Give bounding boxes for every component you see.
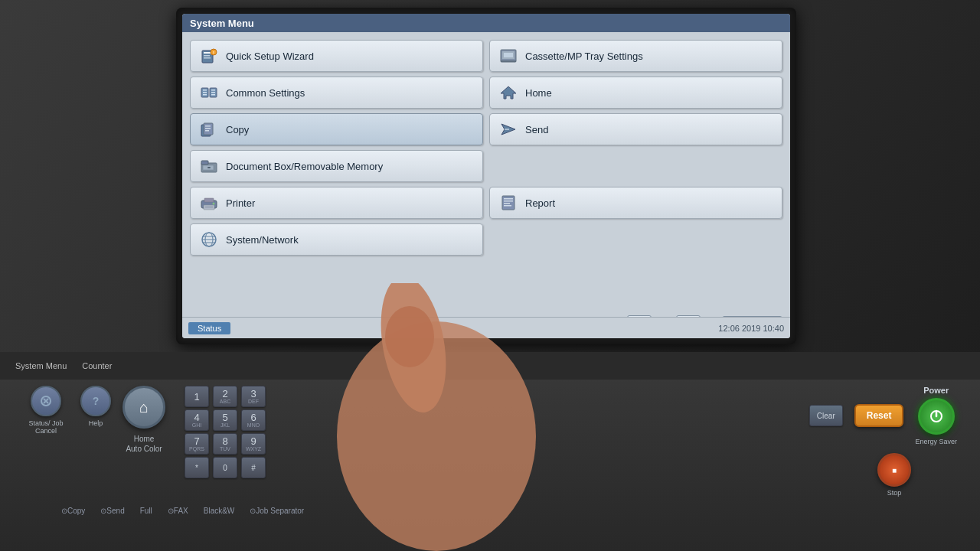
home-physical-btn[interactable]: ⌂: [122, 386, 165, 429]
svg-rect-24: [204, 198, 214, 202]
full-func-label: Full: [140, 507, 152, 515]
document-box-label: Document Box/Removable Memory: [226, 161, 383, 172]
power-section: Power Energy Saver: [915, 386, 957, 445]
num-8[interactable]: 8 TUV: [213, 433, 237, 455]
svg-rect-12: [211, 92, 215, 93]
screen-bezel: System Menu !: [176, 8, 796, 344]
cassette-mp-btn[interactable]: Cassette/MP Tray Settings: [489, 40, 782, 72]
num-0[interactable]: 0: [213, 457, 237, 478]
printer-btn[interactable]: Printer: [190, 187, 483, 219]
clear-label: Clear: [817, 412, 835, 420]
svg-rect-43: [504, 203, 510, 204]
status-tab[interactable]: Status: [188, 322, 230, 334]
controls-inner: Status/ Job Cancel ? Help ⌂ Home Auto Co…: [0, 380, 980, 503]
num-4[interactable]: 4 GHI: [185, 409, 209, 431]
status-job-section: Status/ Job Cancel: [23, 386, 69, 435]
stop-section: ■ Stop: [877, 453, 911, 497]
send-func-label: ⊙Send: [100, 507, 124, 515]
status-job-label: Status/ Job Cancel: [23, 419, 69, 435]
status-job-cancel-btn[interactable]: [31, 386, 61, 416]
status-bar: Status 12:06 2019 10:40: [182, 317, 790, 338]
num-9[interactable]: 9 WXYZ: [241, 433, 266, 455]
stop-icon: ■: [892, 466, 897, 474]
num-1[interactable]: 1: [185, 386, 209, 407]
fax-func-label: ⊙FAX: [168, 507, 188, 515]
quick-setup-btn[interactable]: ! Quick Setup Wizard: [190, 40, 483, 72]
controls-area: System Menu Counter Status/ Job Cancel ?…: [0, 352, 980, 551]
svg-rect-16: [205, 126, 211, 127]
cassette-mp-label: Cassette/MP Tray Settings: [525, 51, 643, 62]
clear-btn[interactable]: Clear: [809, 405, 843, 426]
bw-func-label: Black&W: [204, 507, 235, 515]
system-network-btn[interactable]: System/Network: [190, 223, 483, 256]
svg-rect-7: [203, 90, 207, 91]
menu-area: ! Quick Setup Wizard: [182, 32, 790, 314]
num-7[interactable]: 7 PQRS: [185, 433, 209, 455]
document-box-icon: [200, 157, 218, 175]
right-column: Cassette/MP Tray Settings Home: [489, 40, 782, 310]
right-controls: Clear Reset Power: [809, 386, 957, 497]
svg-rect-13: [211, 94, 215, 96]
report-icon: [499, 194, 518, 212]
help-btn[interactable]: ?: [80, 386, 111, 416]
printer-label: Printer: [226, 197, 255, 209]
num-5[interactable]: 5 JKL: [213, 409, 237, 431]
system-network-icon: [200, 230, 218, 249]
job-sep-label: ⊙Job Separator: [250, 507, 304, 515]
send-btn[interactable]: Send: [489, 113, 782, 145]
svg-point-27: [213, 203, 215, 205]
help-label: Help: [89, 419, 103, 427]
svg-rect-36: [501, 60, 516, 62]
svg-rect-42: [504, 201, 513, 202]
num-6[interactable]: 6 MNO: [241, 409, 266, 431]
system-menu-label[interactable]: System Menu: [15, 361, 67, 370]
home-btn[interactable]: Home: [489, 77, 782, 109]
status-time: 12:06 2019 10:40: [718, 324, 784, 333]
home-func-label: Home: [134, 435, 155, 443]
copy-label: Copy: [226, 124, 249, 135]
home-label: Home: [525, 87, 552, 99]
controls-top-bar: System Menu Counter: [0, 352, 980, 380]
svg-rect-9: [203, 94, 207, 96]
printer-icon: [200, 194, 218, 212]
send-icon: [499, 120, 518, 139]
home-physical-icon: ⌂: [139, 399, 149, 416]
energy-saver-label: Energy Saver: [915, 438, 957, 445]
reset-btn[interactable]: Reset: [854, 404, 904, 427]
bottom-func-labels: ⊙Copy ⊙Send Full ⊙FAX Black&W ⊙Job Separ…: [0, 507, 980, 515]
counter-label[interactable]: Counter: [82, 361, 112, 370]
svg-rect-18: [205, 130, 209, 132]
num-3[interactable]: 3 DEF: [241, 386, 266, 407]
common-settings-icon: [200, 83, 218, 102]
svg-text:!: !: [213, 51, 214, 55]
reset-stop-row: Clear Reset Power: [809, 386, 957, 445]
help-icon: ?: [93, 395, 100, 407]
report-btn[interactable]: Report: [489, 187, 782, 219]
reset-label: Reset: [867, 410, 892, 421]
reset-section: Reset: [854, 404, 904, 427]
svg-rect-3: [204, 57, 211, 59]
svg-marker-37: [501, 86, 516, 99]
svg-rect-20: [201, 161, 208, 165]
svg-rect-2: [204, 55, 210, 57]
numpad-area: 1 2 ABC 3 DEF 4 GHI 5 JKL: [185, 386, 267, 478]
power-btn[interactable]: [918, 398, 955, 435]
lcd-screen: System Menu !: [182, 14, 790, 338]
help-section: ? Help: [80, 386, 111, 427]
svg-rect-41: [504, 198, 513, 200]
copy-icon: [200, 120, 218, 139]
func-labels: Home Auto Color: [126, 435, 162, 453]
report-label: Report: [525, 197, 555, 209]
svg-rect-1: [204, 52, 211, 54]
copy-btn[interactable]: Copy: [190, 113, 483, 145]
num-hash[interactable]: #: [241, 457, 266, 478]
stop-btn[interactable]: ■: [877, 453, 911, 487]
document-box-btn[interactable]: Document Box/Removable Memory: [190, 150, 483, 182]
svg-rect-26: [205, 207, 213, 207]
num-star[interactable]: *: [185, 457, 209, 478]
common-settings-label: Common Settings: [226, 87, 305, 99]
send-label: Send: [525, 124, 548, 135]
auto-color-label: Auto Color: [126, 445, 162, 453]
common-settings-btn[interactable]: Common Settings: [190, 77, 483, 109]
num-2[interactable]: 2 ABC: [213, 386, 237, 407]
